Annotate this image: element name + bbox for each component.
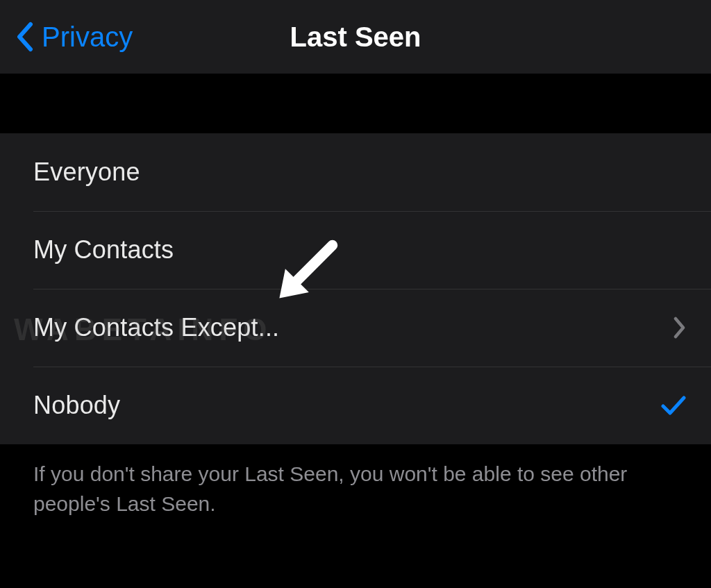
option-label: Nobody [33,391,120,420]
option-label: My Contacts Except... [33,313,279,342]
option-everyone[interactable]: Everyone [0,133,711,211]
option-nobody[interactable]: Nobody [0,367,711,444]
option-label: Everyone [33,158,140,187]
section-spacer [0,74,711,133]
back-label: Privacy [42,22,133,53]
chevron-right-icon [674,317,686,339]
nav-bar: Privacy Last Seen [0,0,711,74]
option-label: My Contacts [33,235,174,264]
option-my-contacts[interactable]: My Contacts [0,211,711,289]
option-my-contacts-except[interactable]: My Contacts Except... [0,289,711,367]
footer-note: If you don't share your Last Seen, you w… [0,444,711,519]
checkmark-icon [661,394,686,417]
options-list: Everyone My Contacts My Contacts Except.… [0,133,711,444]
back-button[interactable]: Privacy [0,22,133,53]
chevron-left-icon [15,22,35,52]
